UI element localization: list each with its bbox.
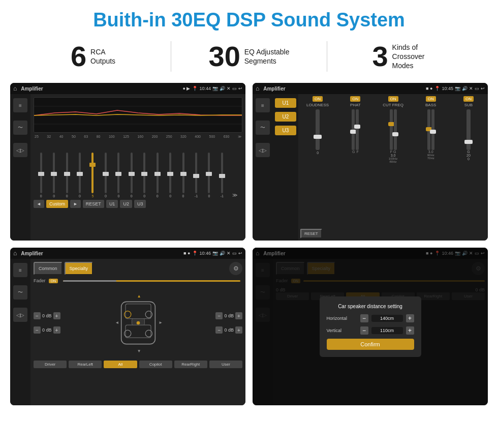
reset-btn-cross[interactable]: RESET (300, 229, 322, 238)
sub-on[interactable]: ON (463, 96, 474, 102)
eq-slider-1[interactable]: 0 (35, 153, 47, 198)
fader-label: Fader (34, 278, 46, 283)
wave-icon[interactable]: 〜 (13, 121, 27, 135)
preset-label[interactable]: Custom (46, 200, 68, 208)
plus-btn-4[interactable]: + (235, 326, 242, 334)
vol-side-icon-speaker[interactable]: ◁▷ (13, 308, 27, 322)
vol-side-icon[interactable]: ◁▷ (13, 143, 27, 157)
u1-btn-eq[interactable]: U1 (106, 200, 118, 208)
plus-btn-3[interactable]: + (235, 312, 242, 319)
minus-btn-1[interactable]: − (34, 312, 41, 319)
wave-icon-cross[interactable]: 〜 (256, 121, 270, 135)
prev-preset-btn[interactable]: ◄ (34, 200, 44, 208)
minus-btn-2[interactable]: − (34, 326, 41, 334)
horizontal-row: Horizontal − 140cm + (327, 314, 414, 322)
u-buttons: U1 U2 U3 (273, 94, 298, 241)
tab-common[interactable]: Common (34, 262, 63, 275)
next-preset-btn[interactable]: ► (70, 200, 81, 208)
driver-btn[interactable]: Driver (34, 361, 67, 368)
u1-btn[interactable]: U1 (275, 98, 296, 108)
eq-icon-cross[interactable]: ≡ (256, 98, 270, 112)
horizontal-label: Horizontal (327, 316, 357, 321)
u3-btn[interactable]: U3 (275, 126, 296, 135)
crossover-controls: ON LOUDNESS 0 ON PHAT (298, 94, 488, 241)
eq-main: ≡ 〜 ◁▷ (10, 94, 245, 241)
loudness-on[interactable]: ON (313, 96, 323, 102)
eq-icon[interactable]: ≡ (13, 98, 27, 112)
vol-side-icon-cross[interactable]: ◁▷ (256, 143, 270, 157)
eq-slider-15[interactable]: -1 (215, 153, 228, 198)
cutfreq-on[interactable]: ON (388, 96, 398, 102)
speaker-screen-body: ≡ 〜 ◁▷ Common Specialty ⚙ Fader ON (10, 259, 245, 405)
rearright-btn[interactable]: RearRight (174, 361, 207, 368)
all-btn[interactable]: All (104, 361, 137, 368)
eq-slider-4[interactable]: 0 (73, 153, 86, 198)
rearleft-btn[interactable]: RearLeft (69, 361, 102, 368)
fader-on[interactable]: ON (49, 279, 58, 283)
u2-btn-eq[interactable]: U2 (120, 200, 132, 208)
close-icon-cross: ✕ (469, 86, 473, 91)
horizontal-minus-btn[interactable]: − (360, 314, 368, 322)
eq-expand[interactable]: ≫ (229, 192, 241, 198)
screen-eq: ⌂ Amplifier ● ▶ 📍 10:44 📷 🔊 ✕ ▭ ↩ ≡ 〜 ◁▷ (10, 83, 245, 241)
minus-btn-3[interactable]: − (215, 312, 223, 319)
plus-btn-2[interactable]: + (53, 326, 60, 334)
crossover-main: ≡ 〜 ◁▷ U1 U2 U3 ON LOUDNESS (253, 94, 488, 241)
divider-2 (327, 41, 327, 72)
eq-slider-11[interactable]: 0 (164, 153, 176, 198)
back-icon-eq: ↩ (238, 86, 242, 91)
settings-icon[interactable]: ⚙ (229, 262, 242, 275)
eq-slider-13[interactable]: -1 (190, 153, 202, 198)
eq-graph (34, 97, 242, 133)
cam-icon-cross: 📷 (455, 86, 460, 91)
back-icon-cross: ↩ (481, 86, 485, 91)
status-icons-speaker: 📍 10:46 📷 🔊 ✕ ▭ ↩ (192, 251, 242, 256)
plus-btn-1[interactable]: + (53, 312, 60, 319)
dialog-title: Car speaker distance setting (327, 304, 414, 309)
tab-specialty[interactable]: Specialty (65, 262, 94, 275)
phat-col: ON PHAT GF (338, 96, 372, 227)
eq-slider-9[interactable]: 0 (138, 153, 151, 198)
copilot-btn[interactable]: Copilot (139, 361, 172, 368)
eq-slider-10[interactable]: 0 (151, 153, 164, 198)
horizontal-plus-btn[interactable]: + (406, 314, 414, 322)
eq-icon-speaker[interactable]: ≡ (13, 263, 27, 277)
stat-rca: 6 RCAOutputs (30, 42, 155, 71)
vertical-plus-btn[interactable]: + (406, 326, 414, 335)
eq-slider-12[interactable]: 0 (177, 153, 190, 198)
stat-crossover: 3 Kinds ofCrossover Modes (343, 42, 468, 71)
reset-btn-eq[interactable]: RESET (83, 200, 104, 208)
confirm-button[interactable]: Confirm (327, 339, 414, 350)
db-val-1: 0 dB (42, 313, 52, 318)
speaker-layout: − 0 dB + − 0 dB + (34, 287, 242, 359)
time-cross: 10:45 (442, 86, 453, 91)
horizontal-value: 140cm (371, 315, 403, 322)
eq-slider-8[interactable]: 0 (125, 153, 138, 198)
u3-btn-eq[interactable]: U3 (134, 200, 146, 208)
db-val-3: 0 dB (224, 313, 234, 318)
eq-slider-2[interactable]: 0 (47, 153, 60, 198)
eq-slider-7[interactable]: 0 (112, 153, 125, 198)
eq-slider-6[interactable]: 0 (99, 153, 112, 198)
eq-slider-3[interactable]: 0 (60, 153, 73, 198)
svg-text:▼: ▼ (137, 348, 141, 353)
wave-icon-speaker[interactable]: 〜 (13, 285, 27, 300)
eq-slider-5[interactable]: 5 (86, 153, 99, 198)
status-dot: ● ▶ (183, 86, 191, 91)
bass-on[interactable]: ON (426, 96, 436, 102)
back-icon-speaker: ↩ (238, 251, 242, 256)
loudness-col: ON LOUDNESS 0 (300, 96, 335, 227)
minus-btn-4[interactable]: − (215, 326, 223, 334)
cutfreq-label: CUT FREQ (383, 103, 403, 107)
status-title-eq: Amplifier (21, 86, 180, 92)
user-btn[interactable]: User (209, 361, 242, 368)
stat-text-eq: EQ AdjustableSegments (244, 47, 290, 66)
eq-slider-14[interactable]: 0 (203, 153, 215, 198)
u2-btn[interactable]: U2 (275, 112, 296, 122)
time-eq: 10:44 (199, 86, 211, 91)
vertical-minus-btn[interactable]: − (360, 326, 368, 335)
phat-on[interactable]: ON (350, 96, 360, 102)
bottom-row-speaker: Driver RearLeft All Copilot RearRight Us… (34, 361, 242, 368)
screen-crossover: ⌂ Amplifier ■ ● 📍 10:45 📷 🔊 ✕ ▭ ↩ ≡ 〜 ◁▷… (253, 83, 488, 241)
eq-content: 2532405063 80100125160200 25032040050063… (30, 94, 245, 241)
